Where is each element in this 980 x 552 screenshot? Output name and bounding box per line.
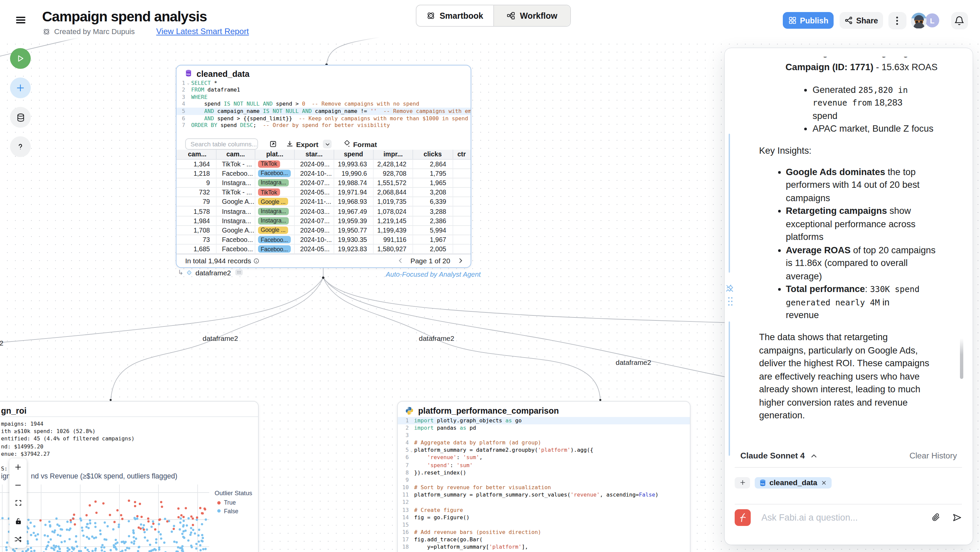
table-row[interactable]: 1,708Google A...Google ...2024-09...19,9… <box>177 226 470 235</box>
page-indicator: Page 1 of 20 <box>410 257 450 265</box>
chevron-up-icon[interactable] <box>810 452 818 460</box>
avatar-badge-l[interactable]: L <box>925 14 939 28</box>
table-row[interactable]: 1,685Faceboo...Faceboo...2024-05...19,92… <box>177 245 470 254</box>
code-line: 3 <box>398 432 690 439</box>
table-cell: 2024-05... <box>294 245 333 253</box>
table-cell: Instagra... <box>216 216 255 225</box>
chat-input[interactable]: Ask Fabi.ai a question... <box>761 512 858 522</box>
help-button[interactable] <box>10 136 31 157</box>
sql-node-icon: SQL <box>185 69 192 76</box>
code-line: 1⌄SELECT * <box>177 79 470 86</box>
send-icon[interactable] <box>952 512 962 522</box>
app-canvas: Campaign spend analysis Created by Marc … <box>0 0 980 552</box>
notifications-button[interactable] <box>951 12 967 29</box>
drag-handle-icon[interactable] <box>727 297 733 306</box>
sql-node-output[interactable]: ↳ dataframe2 <box>178 268 242 276</box>
view-latest-smart-report-link[interactable]: View Latest Smart Report <box>156 27 249 36</box>
chat-text-line: is 11.86x (compared to overall <box>786 257 908 270</box>
table-row[interactable]: 1,364TikTok - ...TikTok2024-09...19,993.… <box>177 159 470 169</box>
output-dataframe-label: dataframe2 <box>196 268 231 276</box>
add-context-button[interactable] <box>735 477 750 488</box>
table-cell: Faceboo... <box>255 235 294 244</box>
campaign-heading: Campaign (ID: 1771) - 15.63x ROAS <box>786 60 937 73</box>
table-cell: 1,965 <box>412 178 452 187</box>
legend-item-false[interactable]: False <box>215 507 252 514</box>
publish-button[interactable]: Publish <box>783 12 834 29</box>
plot-title: ign_Spennd vs Revenue (≥$10k spend, outl… <box>1 472 178 480</box>
column-header[interactable]: spend <box>333 150 373 159</box>
column-header[interactable]: clicks <box>412 150 452 159</box>
roi-scatter-plot[interactable]: ign_Spennd vs Revenue (≥$10k spend, outl… <box>0 466 259 552</box>
format-button[interactable]: Format <box>343 140 377 148</box>
table-cell: 79 <box>178 197 216 206</box>
chat-text-line: exceptional performance across <box>786 218 915 231</box>
result-table[interactable]: cam...cam...plat...star...spendimpr...cl… <box>177 150 470 254</box>
table-cell: 2024-07... <box>294 216 333 225</box>
menu-icon[interactable] <box>16 17 25 23</box>
table-cell: 2024-03... <box>294 207 333 216</box>
table-cell: 6,339 <box>412 197 452 206</box>
data-sources-button[interactable] <box>10 107 31 128</box>
table-row[interactable]: 1,984Instagra...Instagra...2024-07...19,… <box>177 216 470 226</box>
user-avatar[interactable] <box>911 13 926 29</box>
column-header[interactable]: star... <box>294 150 333 159</box>
shuffle-layout-button[interactable] <box>10 530 27 548</box>
expand-table-button[interactable] <box>267 139 278 150</box>
export-button[interactable]: Export <box>286 140 332 148</box>
tab-smartbook[interactable]: Smartbook <box>417 5 493 26</box>
more-options-button[interactable] <box>888 12 907 29</box>
table-cell: 1,580,927 <box>373 245 412 253</box>
table-row[interactable]: 732TikTok - ...TikTok2024-05...19,971.94… <box>177 188 470 197</box>
share-button[interactable]: Share <box>839 12 883 29</box>
remove-chip-icon[interactable] <box>821 479 827 485</box>
table-row[interactable]: 1,218Faceboo...Faceboo...2024-10-...19,9… <box>177 169 470 178</box>
zoom-in-button[interactable] <box>10 458 27 476</box>
clear-history-button[interactable]: Clear History <box>910 451 957 460</box>
chat-scrollbar[interactable] <box>960 338 963 379</box>
code-line: 3WHERE <box>177 94 470 100</box>
run-workflow-button[interactable] <box>10 48 31 69</box>
next-page-button[interactable] <box>457 257 464 264</box>
table-cell: 2,428,142 <box>373 159 412 168</box>
lock-view-button[interactable] <box>10 512 27 530</box>
zoom-out-button[interactable] <box>10 476 27 495</box>
output-drag-handle[interactable] <box>235 269 242 275</box>
column-header[interactable]: cam... <box>216 150 255 159</box>
model-selector[interactable]: Claude Sonnet 4 <box>740 451 805 460</box>
record-count-label: In total 1,944 records <box>185 257 251 265</box>
unpin-icon[interactable] <box>725 284 733 293</box>
node-platform-performance-comparison[interactable]: platform_performance_comparison 1import … <box>397 401 690 552</box>
fit-view-button[interactable] <box>10 494 27 512</box>
table-cell: 1,019,735 <box>373 197 412 206</box>
sql-code-editor[interactable]: 1⌄SELECT *2FROM dataframe13WHERE4 spend … <box>177 79 470 129</box>
prev-page-button[interactable] <box>397 257 404 264</box>
table-cell <box>452 245 470 253</box>
attach-icon[interactable] <box>931 512 940 522</box>
column-header[interactable]: ctr <box>452 150 470 159</box>
table-row[interactable]: 79Google A...Google ...2024-11-...19,968… <box>177 197 470 207</box>
python-code-editor[interactable]: 1import plotly.graph_objects as go2impor… <box>398 417 690 552</box>
legend-title: Outlier Status <box>215 490 252 496</box>
context-chip-cleaned-data[interactable]: SQL cleaned_data <box>755 477 831 488</box>
legend-item-true[interactable]: True <box>215 499 252 506</box>
table-row[interactable]: 1,578Instagra...Instagra...2024-03...19,… <box>177 207 470 216</box>
table-row[interactable]: 73Faceboo...Faceboo...2024-10-...19,930.… <box>177 235 470 245</box>
tab-workflow[interactable]: Workflow <box>493 5 570 26</box>
chat-text-line: spend <box>813 109 838 122</box>
code-line: 2import pandas as pd <box>398 424 690 431</box>
platform-badge: Instagra... <box>258 179 289 186</box>
chat-text-line: APAC market, Bundle Z focus <box>813 122 934 135</box>
column-header[interactable]: plat... <box>255 150 294 159</box>
node-campaign-roi[interactable]: gn_roi mpaigns: 1944 ith ≥$10k spend: 10… <box>0 401 259 552</box>
column-header[interactable]: cam... <box>178 150 216 159</box>
add-node-button[interactable] <box>10 78 31 98</box>
shuffle-icon <box>14 535 22 543</box>
search-table-columns-input[interactable]: Search table columns... <box>185 138 258 150</box>
table-cell: 3,208 <box>412 188 452 196</box>
chat-text-line: performers with 14 out of 20 best <box>786 178 920 191</box>
column-header[interactable]: impr... <box>373 150 412 159</box>
mode-toggle: Smartbook Workflow <box>416 5 571 27</box>
export-dropdown-button[interactable] <box>323 140 332 148</box>
table-row[interactable]: 9Instagra...Instagra...2024-07...19,988.… <box>177 178 470 188</box>
node-cleaned-data[interactable]: SQL cleaned_data 1⌄SELECT *2FROM datafra… <box>176 65 471 268</box>
